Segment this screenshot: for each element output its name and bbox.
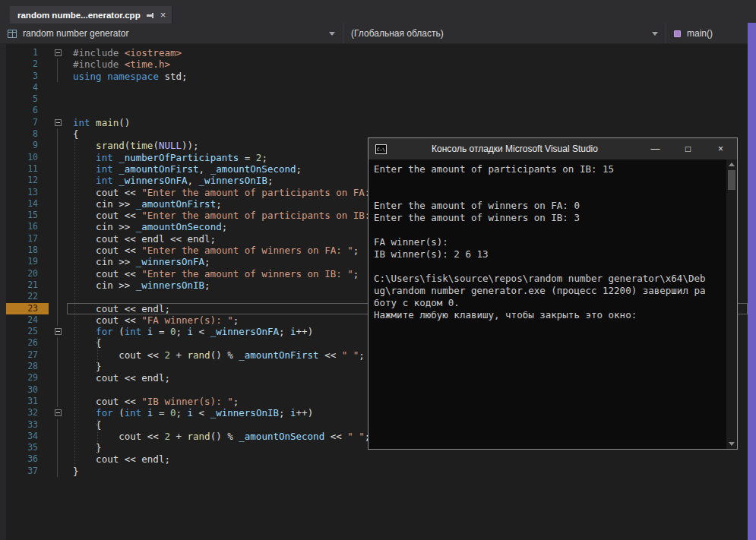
fold-margin xyxy=(49,152,67,163)
console-line: Нажмите любую клавишу, чтобы закрыть это… xyxy=(374,309,720,321)
line-number: 35 xyxy=(6,442,49,453)
line-number: 34 xyxy=(6,431,49,442)
fold-margin xyxy=(49,140,67,151)
line-number: 37 xyxy=(6,466,49,477)
fold-margin xyxy=(49,233,67,245)
code-line: 5 xyxy=(6,93,748,105)
code-line: 7int main() xyxy=(6,117,748,128)
console-scrollbar[interactable] xyxy=(726,159,737,449)
code-text: } xyxy=(67,466,748,477)
member-dropdown[interactable]: main() xyxy=(666,24,748,43)
console-line: FA winner(s): xyxy=(374,236,720,248)
tab-title: random numbe...enerator.cpp xyxy=(17,11,141,20)
fold-guide-line xyxy=(57,303,58,314)
fold-guide-line xyxy=(57,337,58,349)
fold-margin xyxy=(49,58,67,70)
scroll-down-icon[interactable] xyxy=(729,442,735,446)
code-line: 4 xyxy=(6,82,748,93)
fold-margin xyxy=(49,82,67,93)
collapse-minus-icon[interactable] xyxy=(55,119,62,126)
line-number: 13 xyxy=(6,187,49,198)
line-number: 27 xyxy=(6,349,49,361)
console-line xyxy=(374,175,720,188)
close-icon[interactable]: × xyxy=(160,10,166,20)
fold-margin xyxy=(49,279,67,291)
fold-guide-line xyxy=(57,349,58,361)
line-number: 21 xyxy=(6,279,49,291)
console-title: Консоль отладки Microsoft Visual Studio xyxy=(399,144,631,154)
fold-guide-line xyxy=(57,396,58,407)
line-number: 7 xyxy=(6,117,49,128)
fold-collapse-button[interactable] xyxy=(49,117,67,128)
fold-guide-line xyxy=(57,291,58,302)
pin-icon[interactable] xyxy=(146,11,155,20)
fold-guide-line xyxy=(57,245,58,256)
code-text: cout << endl; xyxy=(67,453,748,465)
fold-guide-line xyxy=(57,268,58,279)
fold-collapse-button[interactable] xyxy=(49,326,67,337)
indent-guide xyxy=(97,419,98,454)
fold-guide-line xyxy=(57,71,58,82)
fold-collapse-button[interactable] xyxy=(49,407,67,418)
method-icon xyxy=(674,30,681,37)
collapse-minus-icon[interactable] xyxy=(55,49,62,56)
fold-guide-line xyxy=(57,372,58,384)
collapse-minus-icon[interactable] xyxy=(55,328,62,335)
tab-random-number-generator-cpp[interactable]: random numbe...enerator.cpp × xyxy=(10,6,172,24)
fold-margin xyxy=(49,442,67,453)
fold-margin xyxy=(49,256,67,267)
fold-guide-line xyxy=(57,431,58,442)
chevron-down-icon[interactable] xyxy=(652,32,658,36)
console-line xyxy=(374,261,720,273)
console-title-bar[interactable]: Консоль отладки Microsoft Visual Studio … xyxy=(369,138,737,159)
line-number: 18 xyxy=(6,245,49,256)
fold-collapse-button[interactable] xyxy=(49,47,67,58)
line-number: 14 xyxy=(6,198,49,210)
fold-margin xyxy=(49,175,67,186)
fold-margin xyxy=(49,128,67,140)
code-text xyxy=(67,82,748,93)
console-line: Enter the amount of participants on IB: … xyxy=(374,163,720,175)
console-line: Enter the amount of winners on FA: 0 xyxy=(374,200,720,212)
chevron-down-icon[interactable] xyxy=(329,32,335,36)
minimize-button[interactable]: — xyxy=(639,138,672,159)
code-line: 37} xyxy=(6,466,748,477)
fold-margin xyxy=(49,361,67,372)
scrollbar-thumb[interactable] xyxy=(728,170,735,190)
project-dropdown[interactable]: random number generator xyxy=(0,24,343,43)
line-number: 11 xyxy=(6,163,49,175)
console-line: C:\Users\fisk\source\repos\random number… xyxy=(374,273,720,285)
navigation-bar: random number generator (Глобальная обла… xyxy=(0,24,748,44)
fold-margin xyxy=(49,93,67,105)
code-line: 2#include <time.h> xyxy=(6,58,748,70)
line-number: 9 xyxy=(6,140,49,151)
console-line xyxy=(374,224,720,236)
editor-scrollbar[interactable] xyxy=(748,23,756,540)
fold-margin xyxy=(49,198,67,210)
code-line: 1#include <iostream> xyxy=(6,47,748,58)
fold-margin xyxy=(49,245,67,256)
line-number: 29 xyxy=(6,372,49,384)
fold-guide-line xyxy=(57,210,58,221)
line-number: 1 xyxy=(6,47,49,58)
maximize-button[interactable]: □ xyxy=(672,138,704,159)
scroll-up-icon[interactable] xyxy=(729,163,735,166)
code-text: #include <time.h> xyxy=(67,58,748,70)
console-line: ug\random number generator.exe (процесс … xyxy=(374,285,720,297)
fold-guide-line xyxy=(57,128,58,140)
line-number: 28 xyxy=(6,361,49,372)
code-text: #include <iostream> xyxy=(67,47,748,58)
line-number: 8 xyxy=(6,128,49,140)
line-number: 6 xyxy=(6,105,49,116)
code-line: 36 cout << endl; xyxy=(6,453,748,465)
collapse-minus-icon[interactable] xyxy=(55,409,62,416)
line-number: 2 xyxy=(6,58,49,70)
line-number: 15 xyxy=(6,210,49,221)
scope-dropdown[interactable]: (Глобальная область) xyxy=(343,24,666,43)
line-number: 36 xyxy=(6,453,49,465)
fold-margin xyxy=(49,466,67,477)
fold-guide-line xyxy=(57,442,58,453)
close-button[interactable]: × xyxy=(704,138,737,159)
code-text xyxy=(67,93,748,105)
line-number: 23 xyxy=(6,303,49,314)
